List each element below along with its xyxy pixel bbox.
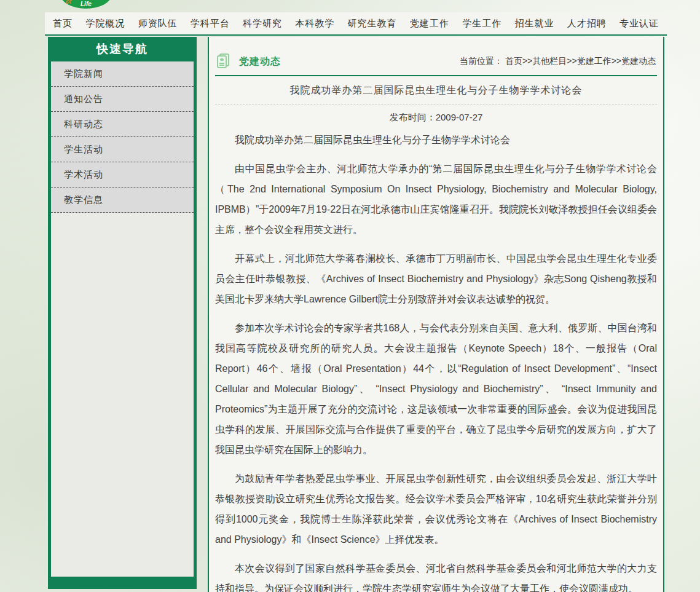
document-stack-icon	[216, 53, 231, 69]
article-paragraph: 参加本次学术讨论会的专家学者共168人，与会代表分别来自美国、意大利、俄罗斯、中…	[215, 318, 657, 460]
nav-item-party[interactable]: 党建工作	[410, 18, 449, 30]
breadcrumb-separator: >>	[567, 56, 576, 66]
sidebar-item-academic-events[interactable]: 学术活动	[51, 162, 194, 187]
article-paragraph: 本次会议得到了国家自然科学基金委员会、河北省自然科学基金委员会和河北师范大学的大…	[215, 558, 657, 592]
sidebar-item-research-news[interactable]: 科研动态	[51, 112, 194, 137]
article-body: 我院成功举办第二届国际昆虫生理生化与分子生物学学术讨论会 由中国昆虫学会主办、河…	[215, 130, 657, 592]
publish-date-line: 发布时间：2009-07-27	[215, 112, 657, 124]
sidebar-item-teaching-info[interactable]: 教学信息	[51, 187, 194, 213]
article-paragraph: 我院成功举办第二届国际昆虫生理生化与分子生物学学术讨论会	[215, 130, 657, 150]
nav-item-research[interactable]: 科学研究	[243, 18, 282, 30]
article-paragraph: 由中国昆虫学会主办、河北师范大学承办的“第二届国际昆虫生理生化与分子生物学学术讨…	[215, 159, 657, 240]
nav-item-home[interactable]: 首页	[53, 18, 73, 30]
quick-nav-sidebar: 快速导航 学院新闻 通知公告 科研动态 学生活动 学术活动 教学信息	[48, 37, 197, 589]
nav-item-undergraduate[interactable]: 本科教学	[295, 18, 334, 30]
sidebar-menu: 学院新闻 通知公告 科研动态 学生活动 学术活动 教学信息	[51, 61, 194, 577]
logo-text-of: of	[66, 0, 71, 5]
title-divider	[215, 104, 657, 105]
nav-item-platform[interactable]: 学科平台	[191, 18, 230, 30]
breadcrumb-separator: >>	[612, 56, 621, 66]
site-logo: of Life	[61, 0, 111, 10]
sidebar-title: 快速导航	[51, 37, 194, 61]
page-layout: 快速导航 学院新闻 通知公告 科研动态 学生活动 学术活动 教学信息 党建动态 …	[45, 37, 667, 592]
breadcrumb-party-work[interactable]: 党建工作	[577, 56, 612, 66]
sidebar-item-college-news[interactable]: 学院新闻	[51, 61, 194, 87]
nav-item-recruitment[interactable]: 人才招聘	[567, 18, 607, 30]
nav-item-admissions[interactable]: 招生就业	[514, 18, 554, 30]
sidebar-item-student-events[interactable]: 学生活动	[51, 137, 194, 162]
breadcrumb-party-news[interactable]: 党建动态	[621, 56, 656, 66]
article-title: 我院成功举办第二届国际昆虫生理生化与分子生物学学术讨论会	[215, 84, 657, 97]
publish-date-value: 2009-07-27	[436, 112, 483, 122]
nav-item-overview[interactable]: 学院概况	[85, 18, 125, 30]
breadcrumb: 当前位置： 首页>>其他栏目>>党建工作>>党建动态	[460, 56, 656, 67]
nav-item-student-work[interactable]: 学生工作	[462, 18, 501, 30]
article-paragraph: 开幕式上，河北师范大学蒋春澜校长、承德市丁万明副市长、中国昆虫学会昆虫生理生化专…	[215, 248, 657, 309]
nav-item-faculty[interactable]: 师资队伍	[138, 18, 178, 30]
breadcrumb-separator: >>	[522, 56, 532, 66]
section-title: 党建动态	[239, 55, 281, 68]
sidebar-filler	[51, 213, 194, 577]
publish-date-label: 发布时间：	[390, 112, 436, 122]
top-navigation: 首页 学院概况 师资队伍 学科平台 科学研究 本科教学 研究生教育 党建工作 学…	[45, 12, 667, 36]
nav-item-graduate[interactable]: 研究生教育	[348, 18, 397, 30]
section-header: 党建动态 当前位置： 首页>>其他栏目>>党建工作>>党建动态	[215, 37, 657, 76]
sidebar-item-notices[interactable]: 通知公告	[51, 87, 194, 112]
breadcrumb-home[interactable]: 首页	[505, 56, 522, 66]
logo-text-life: Life	[81, 1, 92, 7]
breadcrumb-prefix: 当前位置：	[460, 56, 503, 66]
breadcrumb-other-columns[interactable]: 其他栏目	[532, 56, 567, 66]
article-paragraph: 为鼓励青年学者热爱昆虫学事业、开展昆虫学创新性研究，由会议组织委员会发起、浙江大…	[215, 468, 657, 550]
nav-item-accreditation[interactable]: 专业认证	[619, 18, 659, 30]
article: 我院成功举办第二届国际昆虫生理生化与分子生物学学术讨论会 发布时间：2009-0…	[209, 84, 663, 592]
main-content-panel: 党建动态 当前位置： 首页>>其他栏目>>党建工作>>党建动态 我院成功举办第二…	[208, 37, 664, 592]
